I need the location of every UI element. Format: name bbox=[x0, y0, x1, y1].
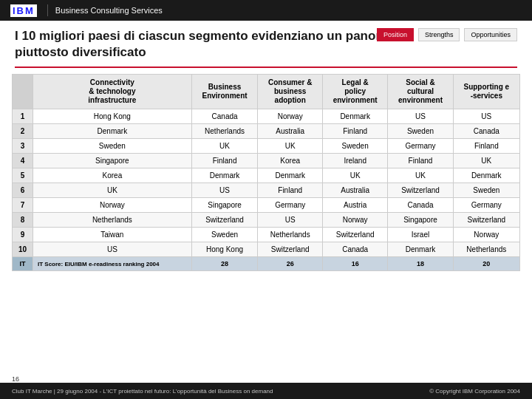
consumer-cell: Finland bbox=[258, 183, 323, 198]
position-button[interactable]: Position bbox=[377, 28, 414, 41]
social-cell: Singapore bbox=[388, 213, 453, 228]
consumer-cell: Korea bbox=[258, 154, 323, 168]
supporting-cell: US bbox=[453, 109, 519, 124]
opportunities-button[interactable]: Opportunities bbox=[464, 28, 517, 41]
rank-cell: 10 bbox=[13, 242, 33, 257]
consumer-cell: UK bbox=[258, 139, 323, 154]
legal-cell: Ireland bbox=[323, 154, 388, 168]
col-header-legal: Legal &policyenvironment bbox=[323, 75, 388, 109]
business-cell: UK bbox=[191, 139, 258, 154]
social-cell: Switzerland bbox=[388, 183, 453, 198]
legal-cell: Austria bbox=[323, 198, 388, 213]
footer-rank: IT bbox=[13, 257, 33, 271]
table-row: 1 Hong Kong Canada Norway Denmark US US bbox=[13, 109, 520, 124]
col-header-supporting: Supporting e-services bbox=[453, 75, 519, 109]
col-header-social: Social &culturalenvironment bbox=[388, 75, 453, 109]
rank-cell: 7 bbox=[13, 198, 33, 213]
connectivity-cell: Netherlands bbox=[33, 213, 192, 228]
supporting-cell: Sweden bbox=[453, 183, 519, 198]
rank-cell: 8 bbox=[13, 213, 33, 228]
main-table-container: Connectivity& technologyinfrastructure B… bbox=[0, 74, 532, 271]
legal-cell: Norway bbox=[323, 213, 388, 228]
footer-score-3: 26 bbox=[258, 257, 323, 271]
page-number: 16 bbox=[12, 375, 19, 383]
rank-cell: 3 bbox=[13, 139, 33, 154]
connectivity-cell: Korea bbox=[33, 168, 192, 183]
rank-cell: 6 bbox=[13, 183, 33, 198]
supporting-cell: Canada bbox=[453, 124, 519, 139]
footer-score-5: 18 bbox=[388, 257, 453, 271]
connectivity-cell: Taiwan bbox=[33, 228, 192, 242]
connectivity-cell: Denmark bbox=[33, 124, 192, 139]
conference-label: Club IT Marche | 29 giugno 2004 - L'ICT … bbox=[12, 388, 273, 395]
legal-cell: Switzerland bbox=[323, 228, 388, 242]
social-cell: Canada bbox=[388, 198, 453, 213]
supporting-cell: Germany bbox=[453, 198, 519, 213]
header: IBM Business Consulting Services bbox=[0, 0, 532, 21]
legal-cell: Sweden bbox=[323, 139, 388, 154]
social-cell: Denmark bbox=[388, 242, 453, 257]
table-row: 3 Sweden UK UK Sweden Germany Finland bbox=[13, 139, 520, 154]
col-header-rank bbox=[13, 75, 33, 109]
business-cell: Sweden bbox=[191, 228, 258, 242]
consumer-cell: Australia bbox=[258, 124, 323, 139]
business-cell: Denmark bbox=[191, 168, 258, 183]
title-divider bbox=[15, 66, 517, 68]
social-cell: Finland bbox=[388, 154, 453, 168]
consumer-cell: Germany bbox=[258, 198, 323, 213]
strengths-button[interactable]: Strengths bbox=[418, 28, 460, 41]
legal-cell: Canada bbox=[323, 242, 388, 257]
table-row: 10 US Hong Kong Switzerland Canada Denma… bbox=[13, 242, 520, 257]
consumer-cell: Switzerland bbox=[258, 242, 323, 257]
social-cell: Israel bbox=[388, 228, 453, 242]
col-header-consumer: Consumer &businessadoption bbox=[258, 75, 323, 109]
business-cell: Hong Kong bbox=[191, 242, 258, 257]
bottom-bar: Club IT Marche | 29 giugno 2004 - L'ICT … bbox=[0, 383, 532, 399]
footer-row: IT IT Score: EIU/IBM e-readiness ranking… bbox=[13, 257, 520, 271]
header-subtitle: Business Consulting Services bbox=[55, 6, 163, 15]
rankings-table: Connectivity& technologyinfrastructure B… bbox=[12, 74, 520, 271]
col-header-connectivity: Connectivity& technologyinfrastructure bbox=[33, 75, 192, 109]
connectivity-cell: Norway bbox=[33, 198, 192, 213]
connectivity-cell: Sweden bbox=[33, 139, 192, 154]
table-row: 9 Taiwan Sweden Netherlands Switzerland … bbox=[13, 228, 520, 242]
connectivity-cell: Singapore bbox=[33, 154, 192, 168]
rank-cell: 2 bbox=[13, 124, 33, 139]
ibm-logo: IBM bbox=[7, 4, 40, 18]
footer-source: IT Score: EIU/IBM e-readiness ranking 20… bbox=[33, 257, 192, 271]
footer-score-6: 20 bbox=[453, 257, 519, 271]
page-title: I 10 migliori paesi di ciascun segmento … bbox=[15, 28, 429, 61]
consumer-cell: Norway bbox=[258, 109, 323, 124]
rank-cell: 5 bbox=[13, 168, 33, 183]
connectivity-cell: UK bbox=[33, 183, 192, 198]
social-cell: Germany bbox=[388, 139, 453, 154]
business-cell: Singapore bbox=[191, 198, 258, 213]
legal-cell: Denmark bbox=[323, 109, 388, 124]
supporting-cell: Norway bbox=[453, 228, 519, 242]
title-section: Position Strengths Opportunities I 10 mi… bbox=[0, 21, 532, 66]
supporting-cell: Netherlands bbox=[453, 242, 519, 257]
rank-cell: 4 bbox=[13, 154, 33, 168]
table-row: 4 Singapore Finland Korea Ireland Finlan… bbox=[13, 154, 520, 168]
business-cell: Switzerland bbox=[191, 213, 258, 228]
footer-score-2: 28 bbox=[191, 257, 258, 271]
social-cell: UK bbox=[388, 168, 453, 183]
nav-buttons: Position Strengths Opportunities bbox=[377, 28, 517, 41]
social-cell: US bbox=[388, 109, 453, 124]
consumer-cell: Netherlands bbox=[258, 228, 323, 242]
consumer-cell: Denmark bbox=[258, 168, 323, 183]
footer-score-4: 16 bbox=[323, 257, 388, 271]
header-divider bbox=[47, 4, 48, 16]
supporting-cell: Denmark bbox=[453, 168, 519, 183]
connectivity-cell: Hong Kong bbox=[33, 109, 192, 124]
social-cell: Sweden bbox=[388, 124, 453, 139]
col-header-business: BusinessEnvironment bbox=[191, 75, 258, 109]
business-cell: Canada bbox=[191, 109, 258, 124]
table-row: 2 Denmark Netherlands Australia Finland … bbox=[13, 124, 520, 139]
supporting-cell: Finland bbox=[453, 139, 519, 154]
legal-cell: Finland bbox=[323, 124, 388, 139]
table-row: 5 Korea Denmark Denmark UK UK Denmark bbox=[13, 168, 520, 183]
legal-cell: Australia bbox=[323, 183, 388, 198]
table-row: 7 Norway Singapore Germany Austria Canad… bbox=[13, 198, 520, 213]
supporting-cell: UK bbox=[453, 154, 519, 168]
